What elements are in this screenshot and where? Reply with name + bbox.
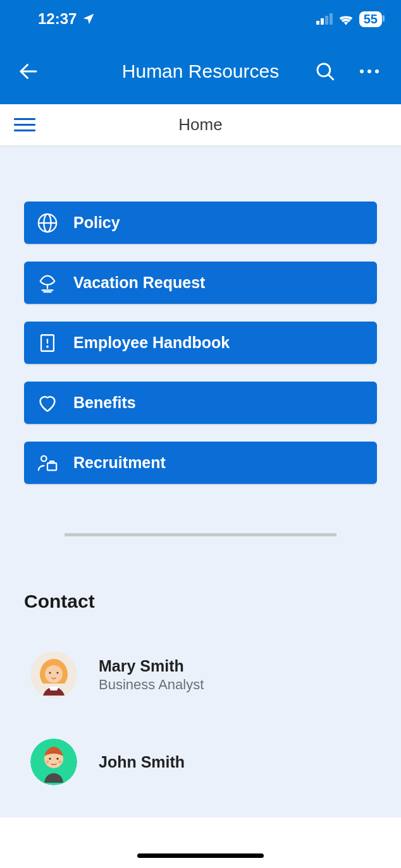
svg-point-15 — [47, 346, 47, 346]
contact-info: Mary Smith Business Analyst — [99, 657, 204, 693]
cellular-icon — [316, 13, 333, 25]
app-header: Human Resources — [0, 38, 401, 104]
tile-benefits[interactable]: Benefits — [24, 382, 377, 424]
contact-role: Business Analyst — [99, 677, 204, 693]
svg-rect-0 — [316, 21, 319, 25]
status-right: 55 — [316, 11, 382, 27]
svg-line-6 — [328, 74, 333, 79]
svg-point-19 — [45, 665, 63, 683]
svg-point-24 — [49, 757, 51, 759]
svg-rect-2 — [325, 16, 328, 25]
tile-label: Recruitment — [73, 454, 166, 472]
tile-recruitment[interactable]: Recruitment — [24, 442, 377, 484]
menu-button[interactable] — [14, 112, 39, 138]
svg-point-27 — [59, 761, 62, 764]
contact-row[interactable]: John Smith — [24, 738, 377, 785]
svg-point-25 — [56, 757, 58, 759]
heart-icon — [37, 392, 58, 414]
svg-point-21 — [57, 672, 59, 674]
battery-indicator: 55 — [359, 11, 382, 27]
divider — [65, 533, 336, 536]
svg-rect-3 — [330, 13, 333, 25]
tile-label: Benefits — [73, 394, 136, 412]
svg-point-7 — [360, 69, 364, 73]
tile-label: Employee Handbook — [73, 334, 230, 352]
tile-label: Policy — [73, 214, 120, 232]
tile-employee-handbook[interactable]: Employee Handbook — [24, 322, 377, 364]
svg-point-9 — [375, 69, 379, 73]
tile-label: Vacation Request — [73, 274, 205, 292]
avatar — [30, 738, 77, 785]
contact-name: Mary Smith — [99, 657, 204, 675]
subheader: Home — [0, 104, 401, 146]
svg-rect-1 — [321, 18, 324, 25]
search-button[interactable] — [312, 59, 338, 84]
svg-point-16 — [41, 455, 47, 461]
tile-vacation-request[interactable]: Vacation Request — [24, 262, 377, 304]
status-bar: 12:37 55 — [0, 0, 401, 38]
contact-info: John Smith — [99, 753, 185, 771]
home-indicator[interactable] — [137, 853, 264, 858]
contact-name: John Smith — [99, 753, 185, 771]
content: Policy Vacation Request Employee Handboo… — [0, 146, 401, 851]
contact-heading: Contact — [24, 591, 377, 612]
page-bottom — [0, 817, 401, 868]
svg-rect-17 — [47, 463, 56, 470]
avatar — [30, 651, 77, 698]
globe-icon — [37, 212, 58, 234]
contact-list: Mary Smith Business Analyst John Smith — [24, 651, 377, 785]
book-icon — [37, 332, 58, 354]
subheader-title: Home — [0, 115, 401, 135]
svg-point-20 — [49, 672, 51, 674]
tile-policy[interactable]: Policy — [24, 202, 377, 244]
more-button[interactable] — [357, 59, 382, 84]
svg-point-26 — [46, 761, 49, 764]
recruitment-icon — [37, 452, 58, 474]
svg-point-8 — [367, 69, 371, 73]
back-button[interactable] — [13, 56, 44, 87]
wifi-icon — [338, 13, 354, 25]
status-time: 12:37 — [38, 10, 77, 28]
vacation-icon — [37, 272, 58, 294]
location-icon — [82, 12, 96, 26]
status-left: 12:37 — [38, 10, 96, 28]
contact-row[interactable]: Mary Smith Business Analyst — [24, 651, 377, 698]
